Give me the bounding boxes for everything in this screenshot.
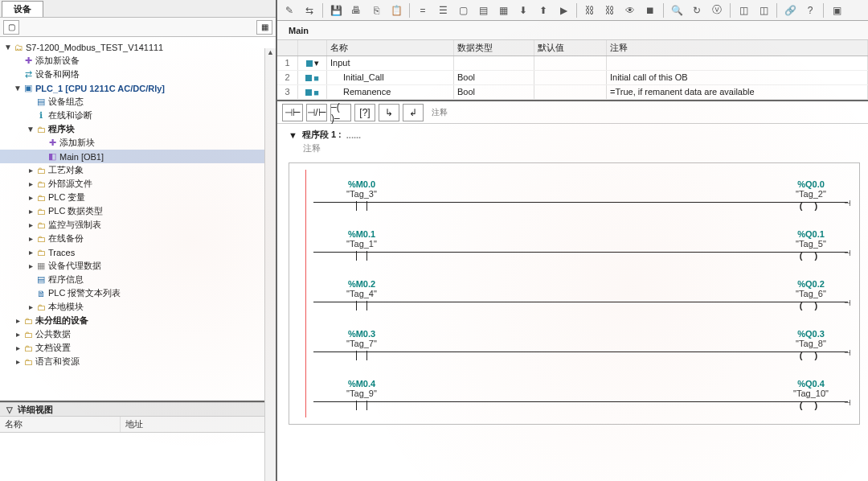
- tree-plc-types[interactable]: ▸🗀PLC 数据类型: [0, 204, 276, 218]
- tool-search-icon[interactable]: 🔍: [668, 2, 686, 18]
- contact[interactable]: %M0.0 "Tag_3": [338, 179, 386, 210]
- tool-compare-icon[interactable]: ⇆: [301, 2, 318, 18]
- tree-add-device[interactable]: ✚添加新设备: [0, 54, 276, 68]
- lad-toolbar-hint: 注释: [432, 107, 448, 118]
- lad-nc-contact-icon[interactable]: ⊣/⊢: [306, 104, 327, 121]
- new-device-btn[interactable]: ▢: [3, 20, 19, 35]
- project-tree[interactable]: ▼🗂S7-1200_Modbus_TEST_V141111 ✚添加新设备 ⇄设备…: [0, 37, 276, 402]
- rung-end-icon: ⊣: [844, 348, 851, 357]
- tree-main-ob1[interactable]: ◧Main [OB1]: [0, 150, 276, 163]
- coil[interactable]: %Q0.2 "Tag_6" ( ): [787, 279, 835, 310]
- tree-program-blocks[interactable]: ▼🗀程序块: [0, 122, 276, 136]
- expand-all-btn[interactable]: ▦: [256, 20, 272, 35]
- contact[interactable]: %M0.3 "Tag_7": [338, 329, 386, 360]
- tool-grid1-icon[interactable]: ▤: [474, 2, 492, 18]
- coil-icon: ( ): [787, 401, 835, 409]
- lad-coil-icon[interactable]: –( )–: [330, 104, 351, 121]
- tool-block2-icon[interactable]: ◫: [755, 2, 772, 18]
- iface-row[interactable]: 1 ▾ Input: [277, 56, 868, 71]
- lad-branch-open-icon[interactable]: ↳: [379, 104, 399, 121]
- tool-vars-icon[interactable]: ⓥ: [708, 2, 726, 18]
- tree-alarm-text[interactable]: 🗎PLC 报警文本列表: [0, 286, 276, 300]
- tree-watch-tables[interactable]: ▸🗀监控与强制表: [0, 218, 276, 232]
- lad-box-icon[interactable]: [?]: [354, 104, 375, 121]
- detail-col-addr: 地址: [121, 417, 276, 432]
- editor-panel: ✎ ⇆ 💾 🖶 ⎘ 📋 = ☰ ▢ ▤ ▦ ⬇ ⬆ ▶ ⛓ ⛓ 👁 ⏹ 🔍 ↻ …: [277, 0, 868, 481]
- network-comment[interactable]: 注释: [289, 141, 860, 162]
- tool-list-icon[interactable]: ☰: [434, 2, 452, 18]
- tool-box-icon[interactable]: ▢: [454, 2, 472, 18]
- rung[interactable]: %M0.4 "Tag_9" %Q0.4 "Tag_10" ( ) ⊣: [313, 371, 851, 421]
- tree-local-modules[interactable]: ▸🗀本地模块: [0, 300, 276, 314]
- tree-program-info[interactable]: ▤程序信息: [0, 273, 276, 286]
- tool-equal-icon[interactable]: =: [414, 2, 432, 18]
- tool-upload-icon[interactable]: ⬆: [534, 2, 552, 18]
- power-rail: [305, 170, 306, 417]
- lad-branch-close-icon[interactable]: ↲: [403, 104, 424, 121]
- left-scrollbar[interactable]: ▲: [264, 48, 276, 481]
- tree-online-backups[interactable]: ▸🗀在线备份: [0, 232, 276, 245]
- rung[interactable]: %M0.1 "Tag_1" %Q0.1 "Tag_5" ( ) ⊣: [313, 221, 851, 271]
- rung[interactable]: %M0.0 "Tag_3" %Q0.0 "Tag_2" ( ) ⊣: [313, 171, 851, 221]
- hdr-default: 默认值: [534, 40, 607, 56]
- coil[interactable]: %Q0.0 "Tag_2" ( ): [787, 179, 835, 210]
- tree-tech-objects[interactable]: ▸🗀工艺对象: [0, 163, 276, 177]
- coil[interactable]: %Q0.3 "Tag_8" ( ): [787, 329, 835, 360]
- tree-common-data[interactable]: ▸🗀公共数据: [0, 327, 276, 341]
- tool-copy-icon[interactable]: ⎘: [367, 2, 385, 18]
- tree-devices-networks[interactable]: ⇄设备和网络: [0, 68, 276, 81]
- rung-area[interactable]: %M0.0 "Tag_3" %Q0.0 "Tag_2" ( ) ⊣ %M0.1: [289, 162, 860, 425]
- tool-paste-icon[interactable]: 📋: [387, 2, 405, 18]
- tree-languages[interactable]: ▸🗀语言和资源: [0, 355, 276, 368]
- detail-col-name: 名称: [0, 417, 121, 432]
- coil-icon: ( ): [787, 252, 835, 260]
- tool-stop-icon[interactable]: ⏹: [641, 2, 659, 18]
- tool-repeat-icon[interactable]: ↻: [688, 2, 706, 18]
- tab-device[interactable]: 设备: [2, 1, 43, 17]
- tool-print-icon[interactable]: 🖶: [347, 2, 365, 18]
- tree-device-config[interactable]: ▤设备组态: [0, 95, 276, 109]
- rung[interactable]: %M0.2 "Tag_4" %Q0.2 "Tag_6" ( ) ⊣: [313, 271, 851, 321]
- tool-more-icon[interactable]: ▣: [828, 2, 845, 18]
- tool-grid2-icon[interactable]: ▦: [494, 2, 512, 18]
- tree-traces[interactable]: ▸🗀Traces: [0, 245, 276, 259]
- lad-no-contact-icon[interactable]: ⊣⊢: [282, 104, 303, 121]
- coil[interactable]: %Q0.1 "Tag_5" ( ): [787, 229, 835, 260]
- tree-external-src[interactable]: ▸🗀外部源文件: [0, 177, 276, 191]
- interface-table[interactable]: 名称 数据类型 默认值 注释 1 ▾ Input 2 ■ Initial_Cal…: [277, 40, 868, 101]
- tree-doc-settings[interactable]: ▸🗀文档设置: [0, 341, 276, 355]
- tree-plc[interactable]: ▼▣PLC_1 [CPU 1211C AC/DC/Rly]: [0, 81, 276, 95]
- tool-save-icon[interactable]: 💾: [327, 2, 345, 18]
- iface-row[interactable]: 2 ■ Initial_Call Bool Initial call of th…: [277, 71, 868, 85]
- tree-root[interactable]: ▼🗂S7-1200_Modbus_TEST_V141111: [0, 40, 276, 54]
- network-header[interactable]: ▼ 程序段 1 : ......: [289, 129, 860, 141]
- tree-online-diag[interactable]: ℹ在线和诊断: [0, 109, 276, 122]
- tool-run-icon[interactable]: ▶: [555, 2, 572, 18]
- detail-view-header[interactable]: ▽详细视图: [0, 402, 276, 417]
- contact[interactable]: %M0.4 "Tag_9": [338, 379, 386, 409]
- tool-help-icon[interactable]: ?: [801, 2, 819, 18]
- tool-goonline-icon[interactable]: ⛓: [581, 2, 599, 18]
- network-1: ▼ 程序段 1 : ...... 注释 %M0.0 "Tag_3" %Q0.0: [277, 124, 868, 433]
- tool-rename-icon[interactable]: ✎: [280, 2, 298, 18]
- tree-plc-tags[interactable]: ▸🗀PLC 变量: [0, 191, 276, 204]
- wire: [313, 202, 848, 203]
- iface-row[interactable]: 3 ■ Remanence Bool =True, if remanent da…: [277, 85, 868, 100]
- param-icon: [305, 75, 312, 81]
- rung[interactable]: %M0.3 "Tag_7" %Q0.3 "Tag_8" ( ) ⊣: [313, 321, 851, 371]
- tool-download-icon[interactable]: ⬇: [514, 2, 532, 18]
- coil[interactable]: %Q0.4 "Tag_10" ( ): [787, 379, 835, 409]
- lad-element-toolbar: ⊣⊢ ⊣/⊢ –( )– [?] ↳ ↲ 注释: [277, 101, 868, 124]
- tree-proxy-data[interactable]: ▸▦设备代理数据: [0, 259, 276, 273]
- tool-link-icon[interactable]: 🔗: [781, 2, 799, 18]
- tool-gooffline-icon[interactable]: ⛓: [601, 2, 619, 18]
- tree-ungrouped[interactable]: ▸🗀未分组的设备: [0, 314, 276, 327]
- tool-block1-icon[interactable]: ◫: [735, 2, 752, 18]
- project-tree-panel: 设备 ▢ ▦ ▼🗂S7-1200_Modbus_TEST_V141111 ✚添加…: [0, 0, 277, 481]
- tool-monitor-icon[interactable]: 👁: [621, 2, 639, 18]
- hdr-type: 数据类型: [454, 40, 534, 56]
- contact[interactable]: %M0.2 "Tag_4": [338, 279, 386, 310]
- wire: [313, 401, 848, 402]
- contact[interactable]: %M0.1 "Tag_1": [338, 229, 386, 260]
- tree-add-block[interactable]: ✚添加新块: [0, 136, 276, 150]
